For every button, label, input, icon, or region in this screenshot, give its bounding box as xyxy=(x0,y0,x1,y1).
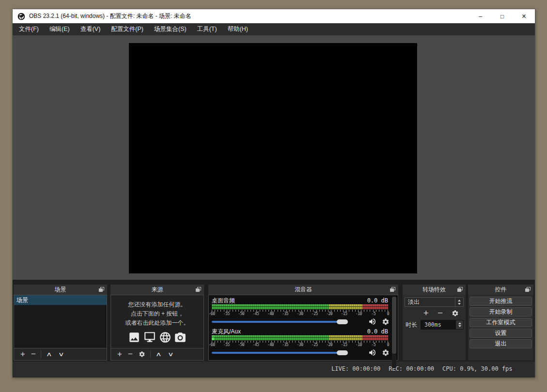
transition-selected-value: 淡出 xyxy=(405,298,455,306)
source-properties-button[interactable] xyxy=(136,351,148,358)
add-transition-button[interactable]: + xyxy=(421,308,432,318)
duration-value: 300ms xyxy=(424,321,441,328)
channel-name: 麦克风/Aux xyxy=(212,328,241,336)
duration-spinner[interactable] xyxy=(456,320,463,329)
chevron-up-icon xyxy=(458,300,461,302)
volume-slider-track xyxy=(212,321,346,323)
minimize-icon[interactable]: – xyxy=(469,9,491,23)
preview-area xyxy=(13,35,535,280)
dock-region: 场景 场景 + − ∧ ∨ 来源 您还没有添加任何源。 xyxy=(13,280,535,362)
mute-speaker-icon[interactable] xyxy=(368,348,376,357)
mixer-body: 桌面音频 0.0 dB -60-55 -50-45 -40-35 -30-25 … xyxy=(208,295,398,361)
mixer-dock: 混音器 桌面音频 0.0 dB -60-55 -50-45 -4 xyxy=(208,285,398,361)
display-source-icon xyxy=(143,331,156,344)
scenes-dock: 场景 场景 + − ∧ ∨ xyxy=(14,285,107,361)
menubar: 文件(F) 编辑(E) 查看(V) 配置文件(P) 场景集合(S) 工具(T) … xyxy=(13,23,535,35)
remove-scene-button[interactable]: − xyxy=(28,349,39,359)
studio-mode-button[interactable]: 工作室模式 xyxy=(469,318,532,327)
cpu-fps-stats: CPU: 0.9%, 30.00 fps xyxy=(442,365,513,372)
volume-meter xyxy=(212,306,388,309)
menu-view[interactable]: 查看(V) xyxy=(75,23,106,35)
sources-dock-title: 来源 xyxy=(152,286,163,294)
duration-spinbox[interactable]: 300ms xyxy=(421,320,464,330)
remove-source-button[interactable]: − xyxy=(125,349,136,359)
select-spinner[interactable] xyxy=(455,298,463,306)
transition-select[interactable]: 淡出 xyxy=(405,297,464,307)
menu-file[interactable]: 文件(F) xyxy=(14,23,44,35)
volume-slider[interactable] xyxy=(212,349,363,357)
menu-tools[interactable]: 工具(T) xyxy=(192,23,222,35)
float-dock-icon[interactable] xyxy=(525,287,531,292)
sources-empty-line: 您还没有添加任何源。 xyxy=(128,300,187,309)
sources-dock: 来源 您还没有添加任何源。 点击下面的 + 按钮， 或者右击此处添加一个。 xyxy=(110,285,204,361)
mixer-scrollbar-handle[interactable] xyxy=(392,297,396,354)
mute-speaker-icon[interactable] xyxy=(368,317,376,326)
start-recording-button[interactable]: 开始录制 xyxy=(469,307,532,317)
add-scene-button[interactable]: + xyxy=(17,349,28,359)
titlebar: OBS 23.2.1 (64-bit, windows) - 配置文件: 未命名… xyxy=(13,9,535,23)
transition-properties-button[interactable] xyxy=(449,310,462,317)
scenes-dock-header: 场景 xyxy=(14,285,107,295)
mixer-dock-title: 混音器 xyxy=(295,286,312,294)
source-type-icons xyxy=(128,331,187,344)
channel-settings-gear-icon[interactable] xyxy=(382,318,390,326)
float-dock-icon[interactable] xyxy=(196,287,201,292)
volume-slider-handle[interactable] xyxy=(337,350,348,355)
sources-empty-line: 点击下面的 + 按钮， xyxy=(131,309,184,318)
desktop: { "colors": { "desktop-bg": "#877c66", "… xyxy=(0,0,547,392)
mixer-dock-header: 混音器 xyxy=(208,285,398,295)
scenes-list: 场景 xyxy=(14,295,107,348)
maximize-icon[interactable]: □ xyxy=(491,9,513,23)
move-source-down-button[interactable]: ∨ xyxy=(161,349,179,359)
volume-meter xyxy=(212,337,388,340)
channel-settings-gear-icon[interactable] xyxy=(382,349,390,357)
exit-button[interactable]: 退出 xyxy=(469,339,532,348)
float-dock-icon[interactable] xyxy=(99,287,104,292)
sources-list[interactable]: 您还没有添加任何源。 点击下面的 + 按钮， 或者右击此处添加一个。 xyxy=(110,295,204,348)
channel-level-db: 0.0 dB xyxy=(367,328,388,335)
transitions-dock-header: 转场特效 xyxy=(403,285,466,295)
scene-list-item[interactable]: 场景 xyxy=(14,295,107,305)
transitions-body: 淡出 + − 时长 300ms xyxy=(403,295,466,361)
start-streaming-button[interactable]: 开始推流 xyxy=(469,297,532,306)
menu-edit[interactable]: 编辑(E) xyxy=(44,23,75,35)
scenes-dock-title: 场景 xyxy=(55,286,66,294)
chevron-up-icon xyxy=(458,322,461,324)
transitions-dock: 转场特效 淡出 + − xyxy=(403,285,466,361)
chevron-down-icon xyxy=(458,303,461,305)
menu-help[interactable]: 帮助(H) xyxy=(222,23,253,35)
volume-meter-peak xyxy=(212,304,388,306)
volume-meter-peak xyxy=(212,335,388,337)
duration-row: 时长 300ms xyxy=(405,320,464,330)
controls-dock-title: 控件 xyxy=(495,286,507,294)
settings-button[interactable]: 设置 xyxy=(469,329,532,338)
image-source-icon xyxy=(128,331,141,344)
controls-body: 开始推流 开始录制 工作室模式 设置 退出 xyxy=(468,295,533,361)
meter-tick-labels: -60-55 -50-45 -40-35 -30-25 -20-15 -10-5… xyxy=(212,343,388,347)
obs-logo-icon xyxy=(17,13,25,20)
camera-source-icon xyxy=(174,331,187,344)
float-dock-icon[interactable] xyxy=(457,287,463,292)
browser-source-icon xyxy=(159,331,172,344)
move-scene-down-button[interactable]: ∨ xyxy=(52,349,70,359)
live-time: LIVE: 00:00:00 xyxy=(331,365,380,372)
mixer-channel-desktop-audio: 桌面音频 0.0 dB -60-55 -50-45 -40-35 -30-25 … xyxy=(212,297,388,327)
window-controls: – □ × xyxy=(469,9,535,23)
add-source-button[interactable]: + xyxy=(114,349,125,359)
volume-slider[interactable] xyxy=(212,318,363,326)
remove-transition-button[interactable]: − xyxy=(435,308,446,318)
channel-name: 桌面音频 xyxy=(212,297,235,305)
channel-level-db: 0.0 dB xyxy=(367,297,388,304)
mic-input-level xyxy=(212,335,214,337)
preview-canvas[interactable] xyxy=(129,43,417,273)
window-title: OBS 23.2.1 (64-bit, windows) - 配置文件: 未命名… xyxy=(29,12,191,20)
menu-profile[interactable]: 配置文件(P) xyxy=(106,23,149,35)
chevron-down-icon xyxy=(458,325,461,327)
mixer-scrollbar[interactable] xyxy=(392,297,396,368)
volume-slider-handle[interactable] xyxy=(337,319,348,324)
menu-scene-collection[interactable]: 场景集合(S) xyxy=(149,23,192,35)
float-dock-icon[interactable] xyxy=(390,287,395,292)
close-icon[interactable]: × xyxy=(513,9,535,23)
duration-label: 时长 xyxy=(406,321,417,329)
obs-window: OBS 23.2.1 (64-bit, windows) - 配置文件: 未命名… xyxy=(12,9,535,377)
